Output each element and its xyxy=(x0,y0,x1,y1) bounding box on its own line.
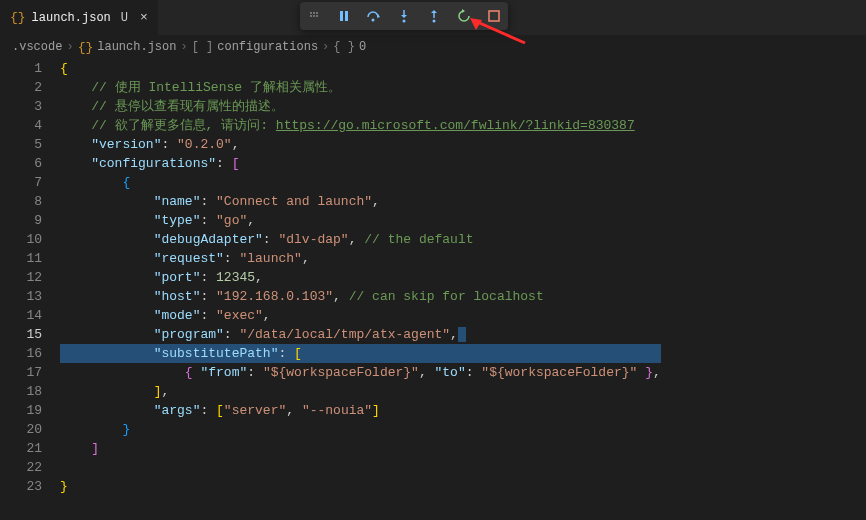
line-number: 14 xyxy=(0,306,42,325)
line-number: 2 xyxy=(0,78,42,97)
code-editor[interactable]: 1234567891011121314151617181920212223 { … xyxy=(0,59,866,520)
line-number: 23 xyxy=(0,477,42,496)
breadcrumb-segment[interactable]: configurations xyxy=(217,40,318,54)
breadcrumb-folder[interactable]: .vscode xyxy=(12,40,62,54)
svg-rect-6 xyxy=(340,11,343,21)
step-over-icon[interactable] xyxy=(364,6,384,26)
breadcrumb[interactable]: .vscode › {} launch.json › [ ] configura… xyxy=(0,35,866,59)
line-number: 9 xyxy=(0,211,42,230)
breadcrumb-file[interactable]: launch.json xyxy=(97,40,176,54)
svg-point-8 xyxy=(372,19,375,22)
json-file-icon: {} xyxy=(10,10,26,25)
pause-icon[interactable] xyxy=(334,6,354,26)
line-number: 7 xyxy=(0,173,42,192)
object-icon: { } xyxy=(333,40,355,54)
line-number: 13 xyxy=(0,287,42,306)
tab-filename: launch.json xyxy=(32,11,111,25)
step-into-icon[interactable] xyxy=(394,6,414,26)
svg-point-9 xyxy=(403,20,406,23)
line-number: 20 xyxy=(0,420,42,439)
svg-point-10 xyxy=(433,20,436,23)
svg-point-0 xyxy=(310,12,312,14)
svg-point-5 xyxy=(316,15,318,17)
code-area[interactable]: { // 使用 IntelliSense 了解相关属性。 // 悬停以查看现有属… xyxy=(60,59,661,520)
step-out-icon[interactable] xyxy=(424,6,444,26)
line-number: 1 xyxy=(0,59,42,78)
line-number: 5 xyxy=(0,135,42,154)
modified-indicator: U xyxy=(121,11,128,25)
line-number: 10 xyxy=(0,230,42,249)
line-number: 12 xyxy=(0,268,42,287)
stop-icon[interactable] xyxy=(484,6,504,26)
drag-handle-icon[interactable] xyxy=(304,6,324,26)
line-number: 11 xyxy=(0,249,42,268)
close-icon[interactable]: × xyxy=(140,10,148,25)
restart-icon[interactable] xyxy=(454,6,474,26)
breadcrumb-segment[interactable]: 0 xyxy=(359,40,366,54)
svg-rect-7 xyxy=(345,11,348,21)
svg-point-2 xyxy=(316,12,318,14)
svg-point-1 xyxy=(313,12,315,14)
chevron-right-icon: › xyxy=(66,40,73,54)
array-icon: [ ] xyxy=(192,40,214,54)
chevron-right-icon: › xyxy=(322,40,329,54)
line-number: 21 xyxy=(0,439,42,458)
line-number: 22 xyxy=(0,458,42,477)
line-number: 3 xyxy=(0,97,42,116)
line-number: 6 xyxy=(0,154,42,173)
svg-point-4 xyxy=(313,15,315,17)
line-number: 15 xyxy=(0,325,42,344)
tab-bar: {} launch.json U × xyxy=(0,0,866,35)
docs-link[interactable]: https://go.microsoft.com/fwlink/?linkid=… xyxy=(276,118,635,133)
chevron-right-icon: › xyxy=(180,40,187,54)
line-number-gutter: 1234567891011121314151617181920212223 xyxy=(0,59,60,520)
line-number: 19 xyxy=(0,401,42,420)
line-number: 8 xyxy=(0,192,42,211)
svg-point-3 xyxy=(310,15,312,17)
line-number: 18 xyxy=(0,382,42,401)
line-number: 4 xyxy=(0,116,42,135)
svg-rect-11 xyxy=(489,11,499,21)
debug-toolbar[interactable] xyxy=(300,2,508,30)
line-number: 17 xyxy=(0,363,42,382)
json-file-icon: {} xyxy=(78,40,94,55)
line-number: 16 xyxy=(0,344,42,363)
editor-tab[interactable]: {} launch.json U × xyxy=(0,0,159,35)
